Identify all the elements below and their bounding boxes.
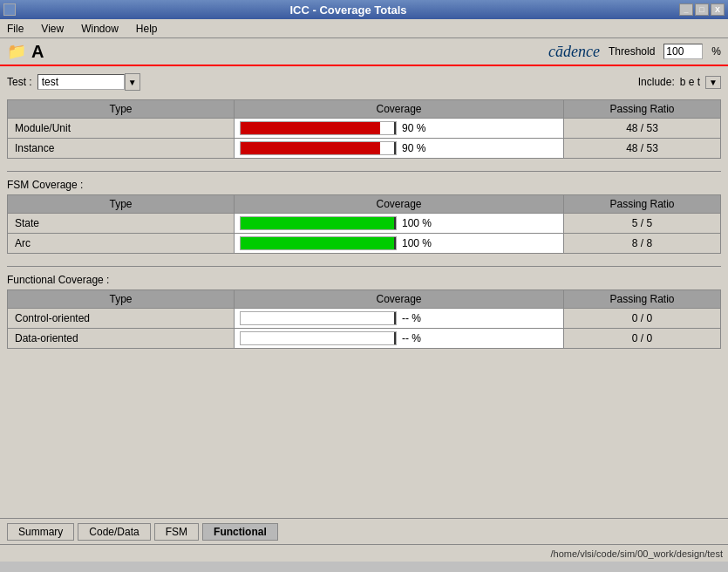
include-value: b e t (680, 76, 700, 88)
tab-functional[interactable]: Functional (202, 523, 278, 541)
passing-ratio-cell: 48 / 53 (564, 139, 721, 159)
col-coverage-fsm: Coverage (235, 195, 564, 214)
col-coverage-func: Coverage (235, 290, 564, 309)
passing-ratio-cell: 48 / 53 (564, 119, 721, 139)
test-label: Test : (7, 76, 32, 88)
tab-codedata[interactable]: Code/Data (78, 523, 150, 541)
col-type-fsm: Type (8, 195, 235, 214)
folder-icon: 📁 (7, 42, 26, 61)
coverage-cell: -- % (235, 329, 564, 349)
test-dropdown-button[interactable]: ▼ (125, 73, 140, 91)
title-bar-icon (0, 3, 17, 16)
coverage-cell: 100 % (235, 234, 564, 254)
separator-2 (7, 266, 721, 267)
col-coverage-code: Coverage (235, 100, 564, 119)
menu-file[interactable]: File (3, 22, 27, 36)
window-controls: _ □ X (679, 3, 725, 16)
threshold-label: Threshold (609, 45, 655, 58)
tab-fsm[interactable]: FSM (154, 523, 199, 541)
threshold-input[interactable] (663, 44, 703, 59)
functional-section-label: Functional Coverage : (7, 274, 721, 286)
coverage-cell: -- % (235, 309, 564, 329)
table-row: Arc (8, 234, 235, 254)
coverage-cell: 90 % (235, 119, 564, 139)
test-input[interactable] (37, 74, 125, 90)
table-row: Control-oriented (8, 309, 235, 329)
col-passing-code: Passing Ratio (564, 100, 721, 119)
coverage-cell: 90 % (235, 139, 564, 159)
include-dropdown-button[interactable]: ▼ (705, 76, 721, 89)
brand-left: 📁 A (7, 42, 44, 62)
functional-coverage-table: Type Coverage Passing Ratio Control-orie… (7, 289, 721, 349)
cadence-logo: cādence (548, 43, 600, 61)
fsm-coverage-table: Type Coverage Passing Ratio State100 %5 … (7, 194, 721, 254)
include-label: Include: (638, 76, 675, 88)
col-type-code: Type (8, 100, 235, 119)
menu-view[interactable]: View (37, 22, 67, 36)
drive-label: A (31, 42, 44, 62)
maximize-button[interactable]: □ (695, 3, 709, 16)
menu-bar: File View Window Help (0, 19, 728, 38)
main-content: Test : ▼ Include: b e t ▼ Type Coverage … (0, 66, 728, 518)
passing-ratio-cell: 8 / 8 (564, 234, 721, 254)
brand-bar: 📁 A cādence Threshold % (0, 38, 728, 66)
col-passing-func: Passing Ratio (564, 290, 721, 309)
coverage-cell: 100 % (235, 214, 564, 234)
menu-window[interactable]: Window (78, 22, 122, 36)
passing-ratio-cell: 0 / 0 (564, 329, 721, 349)
status-bar: /home/vlsi/code/sim/00_work/design/test (0, 544, 728, 562)
test-row: Test : ▼ Include: b e t ▼ (7, 73, 721, 91)
col-type-func: Type (8, 290, 235, 309)
col-passing-fsm: Passing Ratio (564, 195, 721, 214)
test-left: Test : ▼ (7, 73, 140, 91)
test-select-wrapper: ▼ (37, 73, 140, 91)
menu-help[interactable]: Help (133, 22, 161, 36)
minimize-button[interactable]: _ (679, 3, 693, 16)
table-row: Data-oriented (8, 329, 235, 349)
passing-ratio-cell: 0 / 0 (564, 309, 721, 329)
separator-1 (7, 171, 721, 172)
title-bar: ICC - Coverage Totals _ □ X (0, 0, 728, 19)
table-row: Instance (8, 139, 235, 159)
table-row: Module/Unit (8, 119, 235, 139)
tab-summary[interactable]: Summary (7, 523, 74, 541)
fsm-section-label: FSM Coverage : (7, 179, 721, 191)
status-path: /home/vlsi/code/sim/00_work/design/test (551, 548, 723, 559)
close-button[interactable]: X (711, 3, 725, 16)
tab-bar: Summary Code/Data FSM Functional (0, 518, 728, 544)
table-row: State (8, 214, 235, 234)
passing-ratio-cell: 5 / 5 (564, 214, 721, 234)
code-coverage-table: Type Coverage Passing Ratio Module/Unit9… (7, 99, 721, 159)
include-row: Include: b e t ▼ (638, 76, 721, 89)
window-title: ICC - Coverage Totals (17, 3, 679, 17)
threshold-unit: % (711, 45, 721, 58)
